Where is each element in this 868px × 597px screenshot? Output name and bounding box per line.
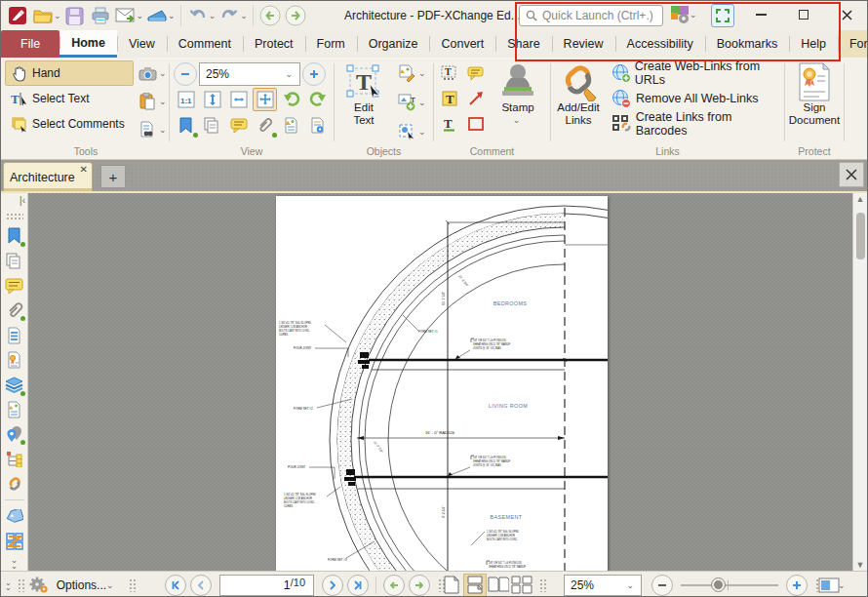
add-object-button[interactable]: T — [393, 90, 420, 115]
close-window-button[interactable] — [830, 1, 863, 28]
email-dropdown[interactable]: ⌄ — [137, 11, 144, 20]
two-page-view-button[interactable] — [487, 574, 510, 597]
tab-file[interactable]: File — [1, 30, 59, 58]
undo-button[interactable] — [185, 3, 211, 28]
minimize-button[interactable] — [744, 1, 777, 28]
document-tab-architecture[interactable]: Architecture ✕ — [3, 162, 93, 191]
zoom-slider[interactable] — [681, 584, 778, 586]
sidebar-thumbnails-icon[interactable] — [5, 252, 24, 269]
history-forward-button[interactable] — [283, 3, 308, 28]
grid-view-button[interactable] — [510, 574, 533, 597]
open-button[interactable] — [30, 3, 56, 28]
next-page-button[interactable] — [322, 575, 343, 596]
tab-comment[interactable]: Comment — [167, 30, 243, 58]
thumbnails-pane-button[interactable] — [200, 113, 224, 137]
tab-home[interactable]: Home — [59, 30, 117, 58]
statusbar-zoom-in-button[interactable] — [786, 575, 808, 596]
tab-share[interactable]: Share — [495, 30, 551, 58]
reading-mode-dropdown[interactable]: ⌄ — [838, 580, 846, 590]
remove-weblinks-button[interactable]: Remove All Web-Links — [612, 86, 784, 111]
email-button[interactable] — [113, 3, 138, 28]
fit-visible-button[interactable] — [253, 88, 277, 111]
nav-drag-handle[interactable] — [129, 578, 137, 592]
sign-document-button[interactable]: Sign Document — [787, 59, 842, 140]
snapshot-dropdown[interactable]: ⌄ — [159, 68, 167, 78]
comments-pane-button[interactable] — [226, 113, 251, 137]
snapshot-button[interactable] — [134, 60, 161, 86]
attachments-pane-button[interactable] — [253, 113, 277, 137]
vertical-scrollbar[interactable]: ▲ ▼ — [852, 193, 867, 571]
statusbar-zoom-out-button[interactable] — [651, 575, 673, 596]
tab-organize[interactable]: Organize — [357, 30, 430, 58]
last-page-button[interactable] — [347, 575, 369, 596]
scan-dropdown[interactable]: ⌄ — [168, 11, 176, 20]
zoom-out-button[interactable] — [174, 62, 197, 86]
tab-protect[interactable]: Protect — [243, 30, 305, 58]
edit-image-dropdown[interactable]: ⌄ — [418, 68, 426, 78]
stamp-button[interactable]: Stamp ⌄ — [491, 59, 545, 140]
redo-dropdown[interactable]: ⌄ — [240, 11, 248, 20]
statusbar-gears-icon[interactable] — [29, 577, 51, 594]
select-object-button[interactable] — [393, 119, 420, 144]
rotate-ccw-button[interactable] — [279, 88, 303, 111]
pane-options-button[interactable] — [305, 113, 330, 137]
continuous-view-button[interactable] — [463, 574, 487, 597]
sidebar-tags-icon[interactable] — [5, 450, 24, 467]
scan-button[interactable] — [144, 3, 170, 28]
sidebar-destinations-icon[interactable] — [5, 326, 24, 343]
text-box-tool-button[interactable]: T — [436, 86, 463, 111]
sidebar-signatures-icon[interactable] — [5, 351, 24, 369]
sticky-note-tool-button[interactable] — [462, 60, 490, 86]
view-back-button[interactable] — [383, 575, 405, 596]
content-pane-button[interactable] — [279, 113, 303, 137]
actual-size-button[interactable]: 1:1 — [174, 88, 198, 111]
statusbar-zoom-select[interactable]: 25%⌄ — [564, 575, 642, 596]
reading-mode-button[interactable] — [818, 577, 840, 594]
first-page-button[interactable] — [165, 575, 186, 596]
underline-tool-button[interactable]: T — [436, 111, 463, 137]
zoom-in-button[interactable] — [302, 62, 326, 86]
pdf-page[interactable]: 16' - 0" RADIUS 22'-3 3/4" 15'-7 5/8" 8'… — [276, 196, 608, 571]
statusbar-drag-handle[interactable] — [18, 578, 25, 592]
quick-launch-input[interactable]: Quick Launch (Ctrl+.) — [519, 5, 663, 26]
ui-options-button[interactable]: ⌄ — [670, 4, 698, 25]
options-dropdown[interactable]: ⌄ — [106, 580, 114, 590]
scroll-up-icon[interactable]: ▲ — [856, 193, 865, 205]
sidebar-bookmarks-icon[interactable] — [5, 227, 24, 245]
tab-review[interactable]: Review — [552, 30, 615, 58]
ui-options-dropdown[interactable]: ⌄ — [690, 10, 697, 20]
scroll-down-icon[interactable]: ▼ — [856, 559, 865, 571]
select-comments-button[interactable]: Select Comments — [5, 111, 134, 137]
tab-convert[interactable]: Convert — [429, 30, 495, 58]
close-documents-button[interactable] — [839, 162, 864, 187]
paste-dropdown[interactable]: ⌄ — [159, 97, 167, 106]
new-tab-button[interactable]: + — [100, 165, 126, 188]
tab-form[interactable]: Form — [305, 30, 357, 58]
sidebar-fields-icon[interactable] — [5, 533, 24, 550]
single-page-view-button[interactable] — [440, 574, 463, 597]
select-object-dropdown[interactable]: ⌄ — [418, 127, 426, 137]
bookmarks-pane-button[interactable] — [174, 113, 198, 137]
page-number-input[interactable]: 1/10 — [219, 575, 314, 596]
open-dropdown[interactable]: ⌄ — [54, 11, 61, 20]
tab-bookmarks[interactable]: Bookmarks — [705, 30, 790, 58]
fit-width-button[interactable] — [200, 88, 224, 111]
undo-dropdown[interactable]: ⌄ — [209, 11, 217, 20]
zoom-drag-handle[interactable] — [539, 578, 547, 592]
previous-page-button[interactable] — [190, 575, 212, 596]
arrow-tool-button[interactable] — [462, 86, 490, 111]
ribbon-zoom-select[interactable]: 25%⌄ — [199, 62, 300, 86]
sidebar-comments-icon[interactable] — [5, 277, 24, 295]
rectangle-tool-button[interactable] — [462, 111, 490, 137]
fullscreen-button[interactable] — [711, 4, 734, 27]
sidebar-places-icon[interactable] — [5, 425, 24, 443]
document-tab-close-icon[interactable]: ✕ — [80, 164, 88, 175]
tab-accessibility[interactable]: Accessibility — [615, 30, 705, 58]
zoom-slider-knob[interactable] — [712, 578, 725, 591]
history-back-button[interactable] — [257, 3, 283, 28]
sidebar-links-icon[interactable] — [5, 475, 24, 493]
document-canvas[interactable]: 16' - 0" RADIUS 22'-3 3/4" 15'-7 5/8" 8'… — [28, 193, 852, 571]
tab-format[interactable]: Format — [838, 30, 868, 58]
maximize-button[interactable] — [787, 1, 820, 28]
redo-button[interactable] — [217, 3, 242, 28]
